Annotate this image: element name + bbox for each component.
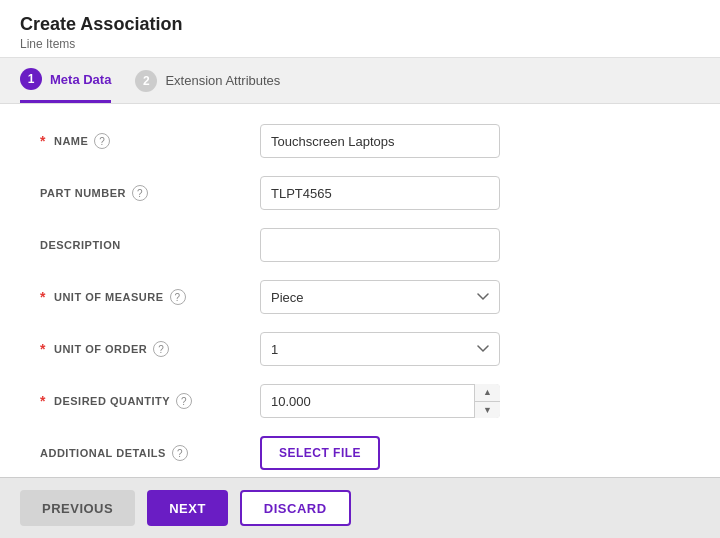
tab-extension-number: 2 — [135, 70, 157, 92]
page-title: Create Association — [20, 14, 700, 35]
part-number-row: PART NUMBER ? — [40, 176, 680, 210]
part-number-input[interactable] — [260, 176, 500, 210]
desired-quantity-help-icon[interactable]: ? — [176, 393, 192, 409]
unit-of-measure-select[interactable]: Piece Each Box Kg Liter — [260, 280, 500, 314]
tab-meta-data-label: Meta Data — [50, 72, 111, 87]
name-required-star: * — [40, 133, 46, 149]
tab-extension-attributes[interactable]: 2 Extension Attributes — [135, 70, 280, 102]
description-label: DESCRIPTION — [40, 239, 260, 251]
description-input[interactable] — [260, 228, 500, 262]
name-row: * NAME ? — [40, 124, 680, 158]
unit-of-measure-row: * UNIT OF MEASURE ? Piece Each Box Kg Li… — [40, 280, 680, 314]
page-header: Create Association Line Items — [0, 0, 720, 58]
desired-quantity-required-star: * — [40, 393, 46, 409]
desired-quantity-spinner: ▲ ▼ — [260, 384, 500, 418]
quantity-decrement-button[interactable]: ▼ — [475, 402, 500, 419]
unit-of-measure-required-star: * — [40, 289, 46, 305]
additional-details-label: ADDITIONAL DETAILS ? — [40, 445, 260, 461]
name-help-icon[interactable]: ? — [94, 133, 110, 149]
description-row: DESCRIPTION — [40, 228, 680, 262]
unit-of-order-help-icon[interactable]: ? — [153, 341, 169, 357]
name-label: * NAME ? — [40, 133, 260, 149]
previous-button[interactable]: PREVIOUS — [20, 490, 135, 526]
unit-of-order-select[interactable]: 1 2 5 10 25 50 100 — [260, 332, 500, 366]
tabs-bar: 1 Meta Data 2 Extension Attributes — [0, 58, 720, 104]
part-number-label: PART NUMBER ? — [40, 185, 260, 201]
additional-details-help-icon[interactable]: ? — [172, 445, 188, 461]
footer-bar: PREVIOUS NEXT DISCARD — [0, 477, 720, 538]
desired-quantity-label: * DESIRED QUANTITY ? — [40, 393, 260, 409]
unit-of-measure-label: * UNIT OF MEASURE ? — [40, 289, 260, 305]
desired-quantity-input[interactable] — [260, 384, 500, 418]
tab-meta-data[interactable]: 1 Meta Data — [20, 68, 111, 103]
tab-meta-data-number: 1 — [20, 68, 42, 90]
unit-of-order-row: * UNIT OF ORDER ? 1 2 5 10 25 50 100 — [40, 332, 680, 366]
discard-button[interactable]: DISCARD — [240, 490, 351, 526]
next-button[interactable]: NEXT — [147, 490, 228, 526]
part-number-help-icon[interactable]: ? — [132, 185, 148, 201]
form-body: * NAME ? PART NUMBER ? DESCRIPTION * UNI… — [0, 104, 720, 504]
tab-extension-label: Extension Attributes — [165, 73, 280, 88]
unit-of-measure-help-icon[interactable]: ? — [170, 289, 186, 305]
select-file-button[interactable]: SELECT FILE — [260, 436, 380, 470]
quantity-increment-button[interactable]: ▲ — [475, 384, 500, 402]
name-input[interactable] — [260, 124, 500, 158]
additional-details-row: ADDITIONAL DETAILS ? SELECT FILE — [40, 436, 680, 470]
unit-of-order-label: * UNIT OF ORDER ? — [40, 341, 260, 357]
spinner-buttons: ▲ ▼ — [474, 384, 500, 418]
desired-quantity-row: * DESIRED QUANTITY ? ▲ ▼ — [40, 384, 680, 418]
breadcrumb: Line Items — [20, 37, 700, 51]
unit-of-order-required-star: * — [40, 341, 46, 357]
